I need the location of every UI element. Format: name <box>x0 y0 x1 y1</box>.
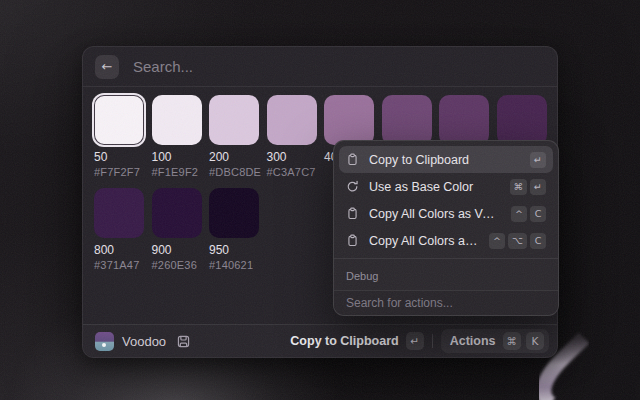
footer-actions: Copy to Clipboard ↵ Actions ⌘ K <box>290 329 549 353</box>
menu-search-bar <box>334 290 558 315</box>
menu-item-label: Copy All Colors as Variable Declara... <box>369 207 501 221</box>
key-badge: ⌘ <box>510 179 528 195</box>
key-badge: ↵ <box>530 179 546 195</box>
menu-item-list: Copy to Clipboard↵Use as Base Color⌘↵Cop… <box>334 141 558 292</box>
color-swatch[interactable] <box>382 95 432 145</box>
menu-item-shortcut: ↵ <box>530 152 546 168</box>
menu-item-label: Use as Base Color <box>369 180 500 194</box>
actions-label: Actions <box>450 334 496 348</box>
primary-action-button[interactable]: Copy to Clipboard ↵ <box>290 332 423 350</box>
voodoo-app-icon <box>95 332 114 351</box>
save-icon <box>176 334 191 349</box>
key-badge: C <box>530 233 546 249</box>
k-key-badge: K <box>526 332 544 350</box>
menu-search-input[interactable] <box>346 296 546 310</box>
color-swatch-400[interactable] <box>324 95 374 145</box>
clipboard-icon <box>346 153 359 166</box>
back-button[interactable]: ← <box>95 55 119 79</box>
menu-item-copy-to-clipboard[interactable]: Copy to Clipboard↵ <box>339 146 553 173</box>
key-badge: ^ <box>511 206 527 222</box>
key-badge: ↵ <box>530 152 546 168</box>
swatch-hex-label: #140621 <box>209 259 259 271</box>
swatch-step-label: 300 <box>267 150 317 164</box>
menu-separator <box>334 258 558 259</box>
extension-name: Voodoo <box>122 334 166 349</box>
menu-item-shortcut: ^⌥C <box>489 233 546 249</box>
swatch-cell: 950#140621 <box>209 188 259 271</box>
color-swatch-200[interactable] <box>209 95 259 145</box>
swatch-step-label: 900 <box>152 243 202 257</box>
swatch-cell: 300#C3A7C7 <box>267 95 317 178</box>
key-badge: ^ <box>489 233 505 249</box>
menu-item-copy-all-colors-as-variable-declara[interactable]: Copy All Colors as Variable Declara...^C <box>339 200 553 227</box>
menu-item-shortcut: ^C <box>511 206 546 222</box>
swatch-hex-label: #260E36 <box>152 259 202 271</box>
swatch-cell: 900#260E36 <box>152 188 202 271</box>
swatch-step-label: 200 <box>209 150 259 164</box>
swatch-cell: 200#DBC8DE <box>209 95 259 178</box>
swatch-step-label: 100 <box>152 150 202 164</box>
rotate-icon <box>346 180 359 193</box>
clipboard-icon <box>346 207 359 220</box>
search-input[interactable] <box>133 58 545 75</box>
swatch-cell: 800#371A47 <box>94 188 144 271</box>
color-swatch-950[interactable] <box>209 188 259 238</box>
return-key-badge: ↵ <box>406 332 424 350</box>
color-swatch[interactable] <box>439 95 489 145</box>
key-badge: ⌥ <box>508 233 527 249</box>
color-swatch-100[interactable] <box>152 95 202 145</box>
clipboard-icon <box>346 234 359 247</box>
color-swatch-800[interactable] <box>94 188 144 238</box>
primary-action-label: Copy to Clipboard <box>290 334 398 348</box>
actions-menu-button[interactable]: Actions ⌘ K <box>441 329 549 353</box>
menu-item-copy-all-colors-as-json[interactable]: Copy All Colors as JSON^⌥C <box>339 227 553 254</box>
menu-item-label: Copy to Clipboard <box>369 153 520 167</box>
footer-bar: Voodoo Copy to Clipboard ↵ Actions ⌘ K <box>83 324 557 357</box>
swatch-step-label: 950 <box>209 243 259 257</box>
actions-context-menu: Copy to Clipboard↵Use as Base Color⌘↵Cop… <box>333 140 559 316</box>
swatch-hex-label: #F1E9F2 <box>152 166 202 178</box>
menu-item-label: Copy All Colors as JSON <box>369 234 479 248</box>
swatch-cell: 50#F7F2F7 <box>94 95 144 178</box>
color-swatch-900[interactable] <box>152 188 202 238</box>
menu-item-shortcut: ⌘↵ <box>510 179 547 195</box>
swatch-hex-label: #C3A7C7 <box>267 166 317 178</box>
swatch-hex-label: #DBC8DE <box>209 166 259 178</box>
swatch-hex-label: #371A47 <box>94 259 144 271</box>
search-bar: ← <box>83 47 557 87</box>
footer-divider <box>432 334 433 348</box>
swatch-step-label: 50 <box>94 150 144 164</box>
color-swatch-300[interactable] <box>267 95 317 145</box>
color-swatch[interactable] <box>497 95 547 145</box>
key-badge: C <box>530 206 546 222</box>
cmd-key-badge: ⌘ <box>503 332 522 350</box>
swatch-step-label: 800 <box>94 243 144 257</box>
swatch-hex-label: #F7F2F7 <box>94 166 144 178</box>
swatch-cell: 100#F1E9F2 <box>152 95 202 178</box>
color-swatch-50[interactable] <box>94 95 144 145</box>
menu-item-use-as-base-color[interactable]: Use as Base Color⌘↵ <box>339 173 553 200</box>
extension-chip: Voodoo <box>95 332 191 351</box>
menu-section-header: Debug <box>339 263 553 287</box>
